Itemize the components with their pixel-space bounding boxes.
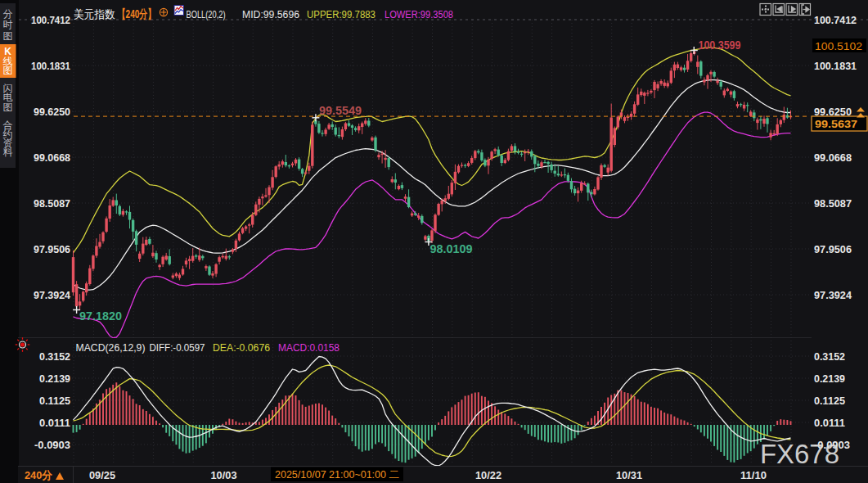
svg-text:-0.0903: -0.0903 [34,440,70,451]
svg-text:美元指数: 美元指数 [74,8,115,20]
svg-text:97.3924: 97.3924 [34,290,70,301]
svg-text:97.3924: 97.3924 [814,290,852,301]
svg-text:97.9506: 97.9506 [814,244,852,255]
svg-text:97.1820: 97.1820 [79,309,122,323]
svg-text:0.3152: 0.3152 [814,351,845,363]
svg-text:98.5087: 98.5087 [34,198,70,210]
svg-text:MACD:0.0158: MACD:0.0158 [278,342,340,354]
svg-text:MID:99.5696: MID:99.5696 [242,9,299,20]
svg-text:分: 分 [3,8,13,20]
svg-text:98.5087: 98.5087 [814,198,852,210]
svg-text:FX678: FX678 [760,438,839,469]
svg-text:99.6250: 99.6250 [814,106,852,118]
svg-text:10/22: 10/22 [475,469,501,481]
svg-text:10/03: 10/03 [211,469,237,481]
svg-text:10/31: 10/31 [616,469,642,481]
svg-text:09/25: 09/25 [89,469,115,481]
svg-text:【240分】: 【240分】 [118,7,156,20]
svg-text:99.5549: 99.5549 [319,104,362,117]
svg-text:100.3599: 100.3599 [699,38,741,52]
svg-text:0.1125: 0.1125 [814,395,845,407]
svg-text:时: 时 [3,19,13,30]
svg-text:0.3152: 0.3152 [39,351,70,363]
svg-text:0.2139: 0.2139 [39,373,70,385]
svg-text:99.0668: 99.0668 [814,152,852,164]
svg-text:100.1831: 100.1831 [31,61,70,72]
svg-text:图: 图 [3,102,13,113]
svg-text:98.0109: 98.0109 [430,242,473,255]
svg-text:DIFF:-0.0597: DIFF:-0.0597 [150,342,205,354]
svg-text:0.1125: 0.1125 [39,395,70,407]
svg-text:BOLL(20,2): BOLL(20,2) [187,9,226,20]
svg-text:DEA:-0.0676: DEA:-0.0676 [213,342,270,354]
svg-text:100.1831: 100.1831 [814,61,857,72]
svg-text:LOWER:99.3508: LOWER:99.3508 [385,9,453,20]
svg-text:0.0111: 0.0111 [39,418,70,429]
svg-text:100.7412: 100.7412 [31,15,70,26]
svg-text:99.6250: 99.6250 [34,106,70,118]
svg-text:UPPER:99.7883: UPPER:99.7883 [307,9,376,20]
svg-text:240分: 240分 [25,469,52,481]
svg-text:图: 图 [3,30,13,42]
svg-text:100.7412: 100.7412 [814,15,857,26]
svg-text:97.9506: 97.9506 [34,244,70,255]
svg-text:100.5102: 100.5102 [815,40,862,52]
svg-text:99.0668: 99.0668 [34,152,70,164]
svg-text:MACD(26,12,9): MACD(26,12,9) [76,342,146,354]
svg-text:料: 料 [3,147,13,158]
svg-text:11/10: 11/10 [740,469,767,481]
svg-text:0.2139: 0.2139 [814,373,845,385]
svg-text:2025/10/07 21:00~01:00 二: 2025/10/07 21:00~01:00 二 [275,468,399,481]
svg-text:图: 图 [3,65,13,76]
svg-text:0.0111: 0.0111 [814,418,845,429]
svg-text:99.5637: 99.5637 [815,118,857,130]
